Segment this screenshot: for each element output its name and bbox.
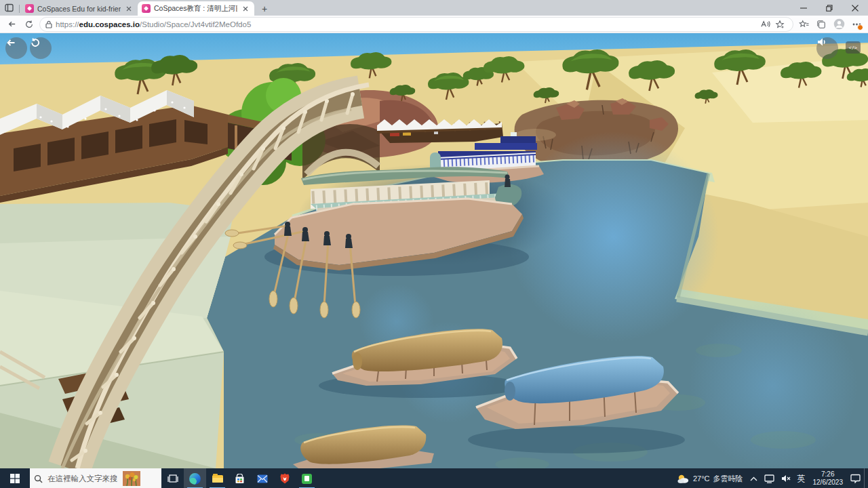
taskbar-search-box[interactable] (30, 468, 161, 488)
green-app-icon (302, 474, 312, 484)
taskbar-file-explorer-button[interactable] (206, 468, 229, 488)
tray-time: 7:26 (821, 470, 834, 479)
update-badge (857, 24, 863, 30)
profile-avatar[interactable] (831, 17, 846, 32)
brave-icon (280, 473, 290, 484)
ime-language-indicator[interactable]: 英 (794, 468, 809, 488)
read-aloud-icon[interactable] (757, 17, 772, 32)
weather-sun-cloud-icon (677, 474, 690, 484)
microsoft-store-icon (235, 474, 245, 484)
scene-code-button[interactable]: </> (846, 41, 861, 54)
scene-back-button[interactable] (5, 37, 27, 59)
weather-widget[interactable]: 27°C 多雲時陰 (673, 468, 747, 488)
tray-weather-text: 多雲時陰 (713, 474, 743, 484)
windows-taskbar: 27°C 多雲時陰 英 7:26 12/6/2023 (0, 468, 868, 488)
tray-date: 12/6/2023 (813, 479, 844, 487)
tab-cospaces-edu[interactable]: CoSpaces Edu for kid-friendly 3D (21, 1, 138, 16)
taskbar-clock[interactable]: 7:26 12/6/2023 (809, 468, 848, 488)
volume-muted-icon[interactable] (778, 468, 794, 488)
scene-canvas (0, 33, 868, 468)
edge-icon (189, 473, 201, 485)
taskbar-edge-button[interactable] (184, 468, 206, 488)
address-bar[interactable]: https://edu.cospaces.io/Studio/Space/Jvt… (39, 17, 793, 32)
new-tab-button[interactable]: + (257, 2, 272, 16)
tab-title: CoSpaces Edu for kid-friendly 3D (37, 5, 121, 13)
add-favorite-star-icon[interactable] (772, 17, 787, 32)
start-button[interactable] (0, 468, 30, 488)
browser-tab-strip: CoSpaces Edu for kid-friendly 3D CoSpace… (0, 0, 868, 16)
search-highlight-flower-image[interactable] (123, 471, 140, 486)
hidden-icons-chevron[interactable] (747, 468, 761, 488)
refresh-button[interactable] (22, 17, 37, 32)
show-desktop-button[interactable] (864, 468, 868, 488)
search-input[interactable] (46, 474, 119, 483)
action-center-button[interactable] (847, 468, 864, 488)
scene-sound-button[interactable] (816, 37, 838, 59)
search-icon (34, 474, 43, 483)
taskbar-mail-button[interactable] (251, 468, 273, 488)
system-tray: 27°C 多雲時陰 英 7:26 12/6/2023 (673, 468, 868, 488)
tray-temperature: 27°C (693, 474, 710, 483)
window-controls (791, 0, 868, 16)
cospaces-favicon (25, 4, 34, 13)
tab-close-icon[interactable] (124, 4, 134, 14)
collections-icon[interactable] (814, 17, 829, 32)
scene-restart-button[interactable] (30, 37, 52, 59)
taskbar-brave-button[interactable] (273, 468, 296, 488)
network-icon[interactable] (761, 468, 778, 488)
favorites-bar-icon[interactable] (796, 17, 811, 32)
tab-actions-menu-button[interactable] (0, 0, 18, 16)
lock-icon (45, 20, 52, 28)
cospaces-favicon (142, 4, 151, 13)
tab-title: CoSpaces教育 : 清明上河圖 - 橋 (154, 4, 237, 14)
tab-separator (19, 5, 20, 13)
tab-qingming-scene[interactable]: CoSpaces教育 : 清明上河圖 - 橋 (138, 1, 254, 16)
screen: CoSpaces Edu for kid-friendly 3D CoSpace… (0, 0, 868, 488)
back-button[interactable] (4, 17, 19, 32)
cospaces-3d-scene[interactable]: </> (0, 33, 868, 468)
settings-menu-button[interactable] (849, 17, 864, 32)
task-view-button[interactable] (161, 468, 184, 488)
url-text: https://edu.cospaces.io/Studio/Space/Jvt… (56, 20, 251, 28)
taskbar-green-app-button[interactable] (296, 468, 318, 488)
close-window-button[interactable] (842, 0, 868, 16)
restore-button[interactable] (816, 0, 842, 16)
mail-icon (257, 474, 268, 483)
file-explorer-icon (212, 475, 223, 483)
minimize-button[interactable] (791, 0, 816, 16)
tab-close-icon[interactable] (241, 4, 250, 14)
cargo-boat (377, 119, 503, 143)
browser-navbar: https://edu.cospaces.io/Studio/Space/Jvt… (0, 16, 868, 33)
taskbar-store-button[interactable] (229, 468, 251, 488)
